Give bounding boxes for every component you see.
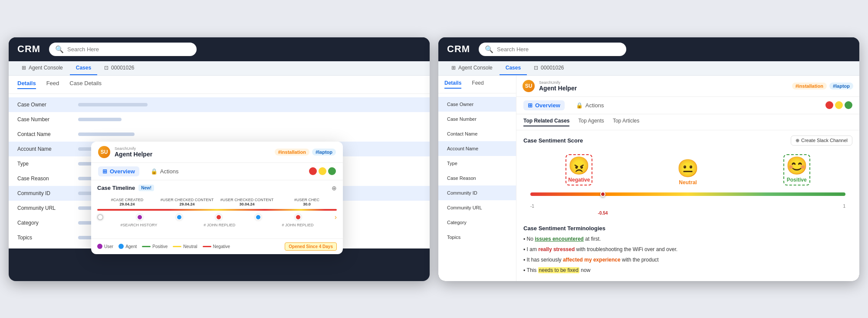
dot-green-left bbox=[328, 167, 336, 175]
terminologies-title: Case Sentiment Terminologies bbox=[523, 225, 852, 232]
tl-dot-5 bbox=[295, 214, 301, 220]
case-icon-left: ⊡ bbox=[104, 65, 108, 71]
sentiment-value: -0.54 bbox=[598, 211, 608, 215]
left-screen: CRM 🔍 ⊞ Agent Console Cases ⊡ 00001026 bbox=[9, 37, 430, 281]
tl-dot-2 bbox=[176, 214, 182, 220]
r-field-community-id: Community ID bbox=[438, 186, 516, 200]
left-header: CRM 🔍 bbox=[9, 37, 430, 61]
fields-list-right: Case Owner Case Number Contact Name Acco… bbox=[438, 93, 516, 248]
overview-tab-right[interactable]: ⊞ Overview bbox=[523, 100, 565, 110]
actions-lock-icon-left: 🔒 bbox=[151, 168, 158, 175]
actions-lock-icon-right: 🔒 bbox=[576, 102, 583, 109]
case-icon-right: ⊡ bbox=[534, 65, 538, 71]
dot-red-right bbox=[825, 101, 833, 109]
panel-tags-left: #installation #laptop bbox=[275, 149, 336, 156]
r-case-reason-label: Case Reason bbox=[447, 176, 508, 181]
right-header: CRM 🔍 bbox=[438, 37, 859, 61]
r-account-name-label: Account Name bbox=[447, 146, 508, 151]
details-tab-left[interactable]: Details bbox=[17, 80, 36, 89]
r-field-topics: Topics bbox=[438, 230, 516, 245]
tab-cases-left[interactable]: Cases bbox=[70, 61, 97, 75]
sentiment-meter: 😠 Negative 😐 Neutral 😊 Positive bbox=[523, 151, 852, 189]
r-community-id-label: Community ID bbox=[447, 190, 508, 195]
tab-top-related-cases[interactable]: Top Related Cases bbox=[523, 118, 569, 126]
tab-agent-console-right[interactable]: ⊞ Agent Console bbox=[445, 61, 499, 75]
tab-case-number-left[interactable]: ⊡ 00001026 bbox=[98, 61, 140, 75]
tl-dot-3 bbox=[216, 214, 222, 220]
r-field-case-number: Case Number bbox=[438, 112, 516, 126]
r-type-label: Type bbox=[447, 161, 508, 166]
field-contact-name: Contact Name bbox=[9, 127, 430, 142]
new-badge-left: New! bbox=[138, 185, 154, 191]
right-screen: CRM 🔍 ⊞ Agent Console Cases ⊡ 00001026 bbox=[438, 37, 859, 281]
searchunify-label-left: SearchUnify bbox=[115, 146, 152, 151]
agent-console-icon-right: ⊞ bbox=[451, 65, 456, 71]
zoom-icon-left[interactable]: ⊕ bbox=[332, 185, 337, 192]
positive-label: Positive bbox=[787, 177, 807, 183]
tab-case-number-right[interactable]: ⊡ 00001026 bbox=[528, 61, 570, 75]
actions-tab-left[interactable]: 🔒 Actions bbox=[146, 166, 183, 176]
sentiment-positive: 😊 Positive bbox=[786, 157, 808, 183]
section-tabs-right: Details Feed bbox=[438, 76, 516, 93]
left-search-bar[interactable]: 🔍 bbox=[49, 43, 197, 56]
term-item-3: This needs to be fixed now bbox=[523, 266, 852, 274]
sub-events-left: #SEARCH HISTORY # JOHN REPLIED # JOHN RE… bbox=[97, 223, 337, 227]
topics-label: Topics bbox=[17, 235, 78, 241]
r-field-category: Category bbox=[438, 215, 516, 230]
case-details-tab-left[interactable]: Case Details bbox=[69, 80, 102, 89]
legend-dot-agent bbox=[118, 244, 124, 249]
details-tab-right[interactable]: Details bbox=[444, 80, 461, 89]
timeline-arrow-left[interactable]: › bbox=[335, 213, 337, 221]
tl-dot-1 bbox=[137, 214, 143, 220]
search-input-right[interactable] bbox=[497, 46, 620, 53]
feed-tab-right[interactable]: Feed bbox=[472, 80, 483, 89]
r-case-number-label: Case Number bbox=[447, 116, 508, 122]
sentiment-bar-labels: -1 1 bbox=[530, 204, 845, 209]
tab-agent-console-left[interactable]: ⊞ Agent Console bbox=[16, 61, 69, 75]
term-item-1: I am really stressed with troubleshootin… bbox=[523, 245, 852, 253]
negative-label: Negative bbox=[568, 177, 590, 183]
sentiment-bar bbox=[530, 192, 845, 196]
highlight-needs-fixed: needs to be fixed bbox=[538, 267, 579, 273]
r-category-label: Category bbox=[447, 220, 508, 225]
r-field-type: Type bbox=[438, 156, 516, 171]
su-logo-left: SU bbox=[98, 146, 110, 158]
create-slack-button[interactable]: ⊕ Create Slack Channel bbox=[791, 136, 852, 146]
dot-red-left bbox=[309, 167, 317, 175]
dot-yellow-right bbox=[835, 101, 843, 109]
panel-nav-right: ⊞ Overview 🔒 Actions bbox=[516, 97, 859, 114]
agent-helper-panel-right: SU SearchUnify Agent Helper #installatio… bbox=[516, 76, 859, 281]
tab-cases-right[interactable]: Cases bbox=[500, 61, 527, 75]
case-number-label: Case Number bbox=[17, 116, 78, 123]
agent-console-icon-left: ⊞ bbox=[22, 65, 26, 71]
case-reason-label: Case Reason bbox=[17, 176, 78, 182]
tag-installation-right: #installation bbox=[792, 83, 827, 89]
overview-tab-left[interactable]: ⊞ Overview bbox=[98, 166, 139, 176]
r-field-community-url: Community URL bbox=[438, 200, 516, 215]
opened-badge-left: Opened Since 4 Days bbox=[285, 242, 337, 251]
case-owner-label: Case Owner bbox=[17, 102, 78, 108]
right-search-bar[interactable]: 🔍 bbox=[479, 43, 626, 56]
tab-top-agents[interactable]: Top Agents bbox=[578, 118, 604, 126]
highlight-affected-experience: affected my experience bbox=[563, 257, 621, 263]
community-url-label: Community URL bbox=[17, 205, 78, 211]
slack-icon: ⊕ bbox=[796, 138, 799, 143]
search-input-left[interactable] bbox=[67, 46, 191, 53]
top-nav-tabs-right: Top Related Cases Top Agents Top Article… bbox=[516, 114, 859, 130]
timeline-section-left: Case Timeline New! ⊕ #CASE CREATED 29.04… bbox=[91, 180, 343, 238]
right-fields-sidebar: Details Feed Case Owner Case Number Cont… bbox=[438, 76, 516, 281]
actions-tab-right[interactable]: 🔒 Actions bbox=[572, 100, 608, 110]
timeline-track-left: #CASE CREATED 29.04.24 #USER CHECKED CON… bbox=[97, 196, 337, 234]
legend-line-negative bbox=[203, 246, 211, 247]
tab-top-articles[interactable]: Top Articles bbox=[613, 118, 639, 126]
sentiment-marker bbox=[600, 192, 605, 197]
tl-dot-4 bbox=[255, 214, 261, 220]
feed-tab-left[interactable]: Feed bbox=[46, 80, 59, 89]
timeline-legend-left: User Agent Positive Neutral Negative bbox=[91, 238, 343, 254]
crm-logo-right: CRM bbox=[447, 43, 470, 55]
legend-neutral: Neutral bbox=[173, 244, 197, 249]
sentiment-section-header: Case Sentiment Score ⊕ Create Slack Chan… bbox=[523, 136, 852, 146]
su-logo-right: SU bbox=[523, 80, 535, 92]
search-icon-right: 🔍 bbox=[485, 45, 493, 53]
neutral-label: Neutral bbox=[679, 179, 697, 186]
